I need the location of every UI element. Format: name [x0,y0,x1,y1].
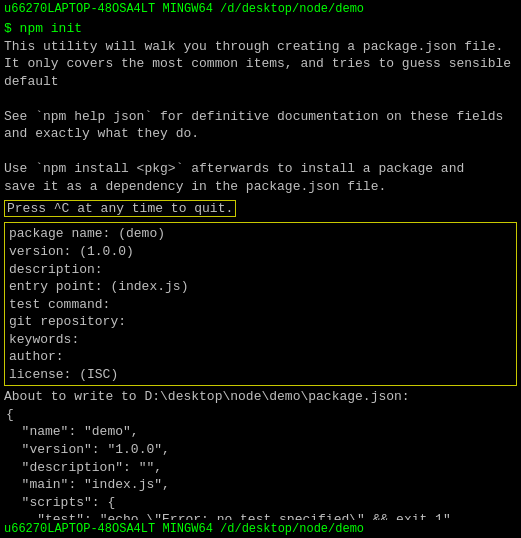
intro-line-1: This utility will walk you through creat… [4,38,517,56]
intro-line-4: See `npm help json` for definitive docum… [4,108,517,126]
input-field-3: entry point: (index.js) [9,278,512,296]
input-field-1: version: (1.0.0) [9,243,512,261]
input-field-2: description: [9,261,512,279]
json-line-5: "scripts": { [6,494,517,512]
bottom-title-text: u66270LAPTOP-48OSA4LT MINGW64 /d/desktop… [4,522,364,536]
json-line-3: "description": "", [6,459,517,477]
terminal-window: u66270LAPTOP-48OSA4LT MINGW64 /d/desktop… [0,0,521,538]
input-field-8: license: (ISC) [9,366,512,384]
json-content: { "name": "demo", "version": "1.0.0", "d… [4,406,517,520]
title-bar: u66270LAPTOP-48OSA4LT MINGW64 /d/desktop… [0,0,521,18]
json-line-2: "version": "1.0.0", [6,441,517,459]
input-field-4: test command: [9,296,512,314]
prompt-line: $ npm init [4,20,517,38]
json-line-4: "main": "index.js", [6,476,517,494]
json-line-1: "name": "demo", [6,423,517,441]
json-line-0: { [6,406,517,424]
json-line-6: "test": "echo \"Error: no test specified… [6,511,517,520]
intro-line-3 [4,90,517,108]
intro-line-8: save it as a dependency in the package.j… [4,178,517,196]
press-c-box: Press ^C at any time to quit. [4,200,236,217]
title-text: u66270LAPTOP-48OSA4LT MINGW64 /d/desktop… [4,2,364,16]
input-field-7: author: [9,348,512,366]
about-line: About to write to D:\desktop\node\demo\p… [4,388,517,406]
intro-line-7: Use `npm install <pkg>` afterwards to in… [4,160,517,178]
intro-line-6 [4,143,517,161]
press-c-container: Press ^C at any time to quit. [4,198,517,219]
terminal-content: $ npm init This utility will walk you th… [0,18,521,520]
intro-line-2: It only covers the most common items, an… [4,55,517,90]
input-field-0: package name: (demo) [9,225,512,243]
input-fields-block: package name: (demo) version: (1.0.0) de… [4,222,517,386]
bottom-title-bar: u66270LAPTOP-48OSA4LT MINGW64 /d/desktop… [0,520,521,538]
intro-line-5: and exactly what they do. [4,125,517,143]
input-field-6: keywords: [9,331,512,349]
input-field-5: git repository: [9,313,512,331]
prompt-dollar: $ npm init [4,21,82,36]
